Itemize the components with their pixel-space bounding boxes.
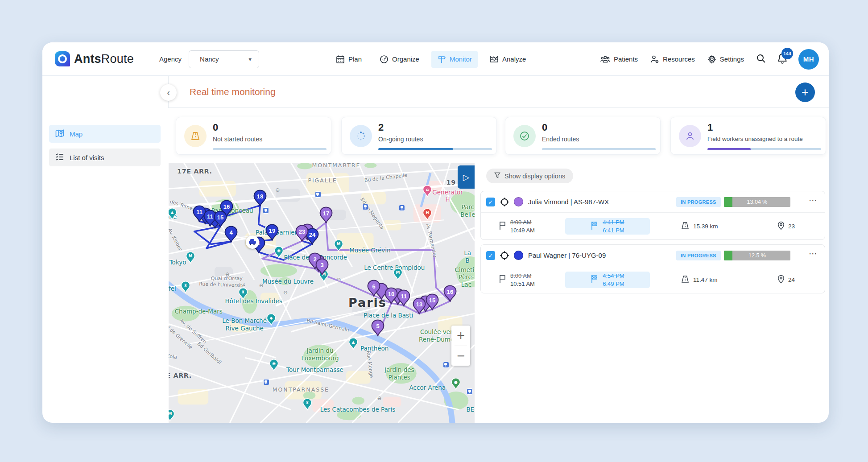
map-label: Jardin des Plantes xyxy=(384,367,414,382)
svg-text:15: 15 xyxy=(429,297,435,304)
concorde-pin[interactable]: ◉ xyxy=(274,246,284,259)
actual-end-time: 6:49 PM xyxy=(603,280,624,288)
map-label: Bd Saint-Germain xyxy=(306,318,350,333)
generator-hotel-pin[interactable]: ⌂ xyxy=(422,185,432,197)
route-checkbox[interactable]: ✓ xyxy=(486,251,495,260)
map-label: Musée du Louvre xyxy=(262,277,314,285)
route-distance: 11.47 km xyxy=(693,276,718,283)
palais-de-tokyo-pin[interactable]: M xyxy=(186,252,195,264)
svg-text:17: 17 xyxy=(322,210,329,217)
vehicle-marker[interactable] xyxy=(246,235,259,249)
route-stop-marker[interactable]: 19 xyxy=(265,224,279,241)
locate-icon[interactable] xyxy=(500,197,509,209)
route-stop-marker[interactable]: 5 xyxy=(371,319,384,336)
bon-marche-pin[interactable]: ◆ xyxy=(266,314,276,326)
page-title: Real time monitoring xyxy=(190,87,276,97)
metro-entrance-icon: ⊖ xyxy=(225,271,230,277)
stat-value: 0 xyxy=(213,122,218,133)
zoom-in-button[interactable]: + xyxy=(451,326,470,346)
route-stop-marker[interactable]: 16 xyxy=(443,285,457,302)
route-menu-button[interactable]: ⋯ xyxy=(809,195,818,205)
stat-label: Field workers unassigned to a route xyxy=(707,136,803,142)
route-stop-marker[interactable]: 23 xyxy=(295,225,309,242)
spinner-icon xyxy=(350,125,372,147)
navbar: AntsRoute Agency Nancy ▼ Plan Organize M… xyxy=(42,42,829,76)
person-icon xyxy=(679,125,701,147)
map-label: Bd de Grenelle xyxy=(169,322,193,351)
route-card-paul: ✓ Paul Wagner | 76-UYG-09 IN PROGRESS 12… xyxy=(480,244,825,293)
route-stop-marker[interactable]: 10 xyxy=(384,287,398,304)
route-stop-marker[interactable]: 11 xyxy=(397,289,410,306)
route-checkbox[interactable]: ✓ xyxy=(486,198,495,206)
svg-text:♜: ♜ xyxy=(241,290,245,295)
musee-grevin-pin[interactable]: M xyxy=(334,239,343,252)
montparnasse-pin[interactable]: ◉ xyxy=(269,359,279,371)
antsroute-logo-icon xyxy=(55,51,70,66)
route-stop-marker[interactable]: 4 xyxy=(224,226,238,243)
svg-text:11: 11 xyxy=(401,293,407,300)
edge-pin[interactable]: M xyxy=(169,409,175,422)
transit-station-icon xyxy=(362,204,368,210)
notification-badge: 144 xyxy=(781,48,793,59)
stat-label: Ended routes xyxy=(542,136,579,143)
pompidou-pin[interactable]: M xyxy=(393,268,403,280)
map-label: 19 xyxy=(446,178,456,186)
add-button[interactable]: + xyxy=(795,82,815,102)
avatar[interactable]: MH xyxy=(798,49,819,70)
map-label: MONTMARTRE xyxy=(312,163,360,169)
chevron-down-icon: ▼ xyxy=(248,57,252,62)
hospital-pin[interactable]: H xyxy=(422,208,432,220)
tab-plan[interactable]: Plan xyxy=(330,51,368,68)
locate-icon[interactable] xyxy=(500,251,509,262)
svg-text:13: 13 xyxy=(416,301,422,308)
show-display-options-button[interactable]: Show display options xyxy=(486,169,573,183)
nav-patients[interactable]: Patients xyxy=(599,52,639,66)
sidebar-item-list-of-visits[interactable]: List of visits xyxy=(49,148,161,166)
map-label: Av Parmentier xyxy=(425,223,438,258)
svg-text:⌂: ⌂ xyxy=(426,187,429,192)
svg-text:16: 16 xyxy=(447,289,453,295)
route-stop-marker[interactable]: 3 xyxy=(315,258,329,275)
zoom-out-button[interactable]: − xyxy=(451,346,470,366)
route-menu-button[interactable]: ⋯ xyxy=(809,248,818,258)
agency-dropdown[interactable]: Nancy ▼ xyxy=(189,50,259,68)
route-stop-marker[interactable]: 6 xyxy=(367,280,380,297)
tab-organize[interactable]: Organize xyxy=(374,51,425,68)
road-icon xyxy=(681,221,690,232)
route-progress-label: 13.04 % xyxy=(724,199,790,205)
person-gear-icon xyxy=(650,55,659,64)
svg-text:◉: ◉ xyxy=(272,362,276,366)
invalides-pin[interactable]: ♜ xyxy=(238,288,248,300)
map-label: Cimetiè Père-Lac xyxy=(455,266,475,289)
nav-settings[interactable]: Settings xyxy=(707,52,745,66)
stat-card-unassigned: 1 Field workers unassigned to a route xyxy=(670,117,826,155)
nav-resources[interactable]: Resources xyxy=(649,52,696,66)
route-stop-marker[interactable]: 13 xyxy=(413,297,426,314)
arc-de-triomphe-pin[interactable]: ▲ xyxy=(169,208,177,220)
search-icon[interactable] xyxy=(756,53,766,66)
check-circle-icon xyxy=(513,125,536,147)
actual-start-time: 10:49 AM xyxy=(510,227,535,235)
route-name: Julia Virmond | AS-987-WX xyxy=(528,198,609,206)
transit-station-icon xyxy=(467,388,473,395)
route-stop-marker[interactable]: 17 xyxy=(319,206,333,223)
map-canvas[interactable]: 17E ARR.5E ARR.19MONTMARTREPIGALLEMONTPA… xyxy=(169,163,475,423)
tab-analyze[interactable]: Analyze xyxy=(484,51,532,68)
flag-icon xyxy=(499,274,507,286)
route-stop-marker[interactable]: 18 xyxy=(253,190,267,206)
route-stop-marker[interactable]: 15 xyxy=(214,210,227,227)
route-stop-marker[interactable]: 15 xyxy=(426,293,439,310)
gauge-icon xyxy=(380,55,389,64)
flag-icon xyxy=(499,221,507,232)
catacombes-pin[interactable]: ♜ xyxy=(302,398,312,411)
accor-arena-pin[interactable]: ● xyxy=(451,378,461,390)
notifications-button[interactable]: 144 xyxy=(777,53,788,66)
tab-monitor[interactable]: Monitor xyxy=(431,51,478,68)
sidebar-item-map[interactable]: Map xyxy=(49,125,161,143)
eiffel-pin[interactable]: ♜ xyxy=(181,281,190,293)
svg-text:5: 5 xyxy=(376,322,379,329)
map-label: Tour Montparnasse xyxy=(286,366,343,374)
expand-map-button[interactable]: ▷ xyxy=(458,165,475,189)
pantheon-pin[interactable]: ▲ xyxy=(348,338,358,350)
collapse-sidebar-button[interactable]: ‹ xyxy=(160,84,177,101)
